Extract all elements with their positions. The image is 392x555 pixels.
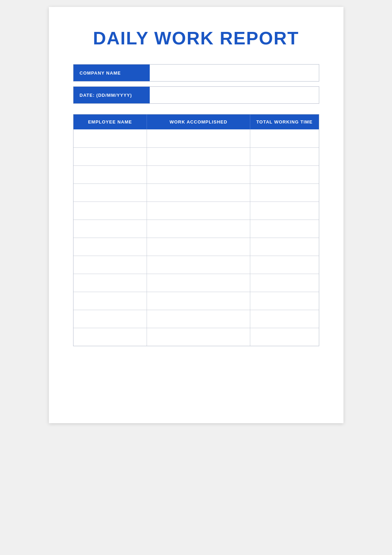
table-row — [73, 220, 319, 238]
table-row — [73, 256, 319, 274]
cell-total-working-time[interactable] — [250, 328, 319, 346]
cell-work-accomplished[interactable] — [147, 183, 250, 202]
cell-employee-name[interactable] — [73, 129, 147, 147]
cell-employee-name[interactable] — [73, 310, 147, 328]
table-row — [73, 147, 319, 165]
company-row: COMPANY NAME — [73, 64, 319, 82]
cell-work-accomplished[interactable] — [147, 202, 250, 220]
cell-work-accomplished[interactable] — [147, 292, 250, 310]
cell-total-working-time[interactable] — [250, 310, 319, 328]
page-title: DAILY WORK REPORT — [73, 28, 319, 49]
cell-total-working-time[interactable] — [250, 292, 319, 310]
table-row — [73, 238, 319, 256]
cell-work-accomplished[interactable] — [147, 238, 250, 256]
report-table: EMPLOYEE NAME WORK ACCOMPLISHED TOTAL WO… — [73, 114, 319, 346]
date-label: DATE: (DD/MM/YYYY) — [73, 87, 150, 103]
cell-total-working-time[interactable] — [250, 202, 319, 220]
table-body — [73, 129, 319, 346]
cell-work-accomplished[interactable] — [147, 256, 250, 274]
cell-total-working-time[interactable] — [250, 147, 319, 165]
cell-work-accomplished[interactable] — [147, 328, 250, 346]
cell-total-working-time[interactable] — [250, 238, 319, 256]
table-row — [73, 292, 319, 310]
cell-employee-name[interactable] — [73, 202, 147, 220]
cell-employee-name[interactable] — [73, 238, 147, 256]
cell-work-accomplished[interactable] — [147, 165, 250, 183]
cell-total-working-time[interactable] — [250, 274, 319, 292]
table-row — [73, 183, 319, 202]
report-page: DAILY WORK REPORT COMPANY NAME DATE: (DD… — [49, 7, 343, 423]
cell-work-accomplished[interactable] — [147, 129, 250, 147]
cell-work-accomplished[interactable] — [147, 147, 250, 165]
date-value[interactable] — [150, 87, 319, 103]
date-row: DATE: (DD/MM/YYYY) — [73, 86, 319, 104]
cell-total-working-time[interactable] — [250, 129, 319, 147]
table-row — [73, 165, 319, 183]
cell-total-working-time[interactable] — [250, 256, 319, 274]
cell-employee-name[interactable] — [73, 147, 147, 165]
cell-work-accomplished[interactable] — [147, 274, 250, 292]
table-row — [73, 274, 319, 292]
info-section: COMPANY NAME DATE: (DD/MM/YYYY) — [73, 64, 319, 104]
table-header-row: EMPLOYEE NAME WORK ACCOMPLISHED TOTAL WO… — [73, 114, 319, 129]
header-employee-name: EMPLOYEE NAME — [73, 114, 147, 129]
cell-total-working-time[interactable] — [250, 165, 319, 183]
cell-employee-name[interactable] — [73, 292, 147, 310]
report-table-container: EMPLOYEE NAME WORK ACCOMPLISHED TOTAL WO… — [73, 114, 319, 346]
company-value[interactable] — [150, 65, 319, 81]
header-work-accomplished: WORK ACCOMPLISHED — [147, 114, 250, 129]
cell-employee-name[interactable] — [73, 256, 147, 274]
cell-total-working-time[interactable] — [250, 220, 319, 238]
cell-total-working-time[interactable] — [250, 183, 319, 202]
table-row — [73, 202, 319, 220]
cell-employee-name[interactable] — [73, 220, 147, 238]
cell-work-accomplished[interactable] — [147, 310, 250, 328]
cell-employee-name[interactable] — [73, 328, 147, 346]
header-total-working-time: TOTAL WORKING TIME — [250, 114, 319, 129]
company-label: COMPANY NAME — [73, 65, 150, 81]
table-row — [73, 328, 319, 346]
cell-employee-name[interactable] — [73, 274, 147, 292]
table-row — [73, 310, 319, 328]
cell-employee-name[interactable] — [73, 165, 147, 183]
cell-work-accomplished[interactable] — [147, 220, 250, 238]
cell-employee-name[interactable] — [73, 183, 147, 202]
table-row — [73, 129, 319, 147]
